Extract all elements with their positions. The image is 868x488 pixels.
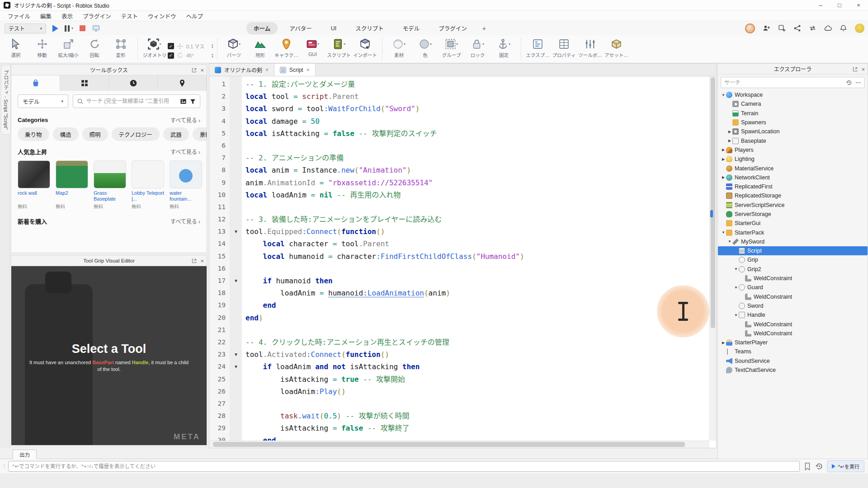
line-number[interactable]: 2 bbox=[209, 90, 230, 103]
code-line[interactable]: 24▼ if loadAnim and not isAttacking then bbox=[209, 361, 709, 373]
insert-part-button[interactable]: ▾パーツ bbox=[221, 38, 247, 58]
asset-card[interactable]: water fountain...無料 bbox=[170, 160, 203, 210]
filter-icon[interactable] bbox=[189, 98, 196, 105]
explorer-row[interactable]: ▼Handle bbox=[718, 310, 868, 319]
line-number[interactable]: 12 bbox=[209, 213, 230, 225]
code-line[interactable]: 5local isAttacking = false -- 攻撃判定のスイッチ bbox=[209, 127, 709, 140]
category-pill[interactable]: 構造 bbox=[53, 127, 79, 141]
code-line[interactable]: 15 local humanoid = character:FindFirstC… bbox=[209, 250, 709, 263]
line-number[interactable]: 7 bbox=[209, 152, 230, 164]
explorer-search-input[interactable] bbox=[724, 80, 843, 86]
explorer-row[interactable]: ▶Players bbox=[718, 145, 868, 155]
explorer-row[interactable]: ▼MySword bbox=[718, 237, 868, 246]
line-number[interactable]: 24 bbox=[209, 361, 230, 373]
gridadd-icon[interactable] bbox=[778, 24, 786, 32]
close-button[interactable]: × bbox=[849, 0, 868, 10]
edit-material-button[interactable]: ▾素材 bbox=[386, 38, 412, 58]
edit-lock-button[interactable]: ▾ロック bbox=[465, 38, 491, 58]
asset-title[interactable]: Grass Baseplate bbox=[94, 190, 127, 202]
line-number[interactable]: 19 bbox=[209, 299, 230, 311]
expand-arrow[interactable]: ▶ bbox=[721, 148, 726, 152]
explorer-row[interactable]: ▶StarterPlayer bbox=[718, 338, 868, 347]
code-line[interactable]: 6 bbox=[209, 140, 709, 152]
maximize-button[interactable]: □ bbox=[830, 0, 849, 10]
menu-item-テスト[interactable]: テスト bbox=[116, 11, 143, 21]
explorer-row[interactable]: Terrain bbox=[718, 109, 868, 118]
play-button[interactable] bbox=[52, 25, 58, 32]
line-number[interactable]: 6 bbox=[209, 140, 230, 152]
popout-icon[interactable] bbox=[191, 258, 197, 264]
explorer-row[interactable]: ▼Guard bbox=[718, 283, 868, 292]
line-number[interactable]: 28 bbox=[209, 410, 230, 422]
geometry-mode-button[interactable]: ▾ジオメトリ bbox=[142, 38, 168, 58]
explorer-row[interactable]: WeldConstraint bbox=[718, 274, 868, 283]
edit-group-button[interactable]: ▾グループ bbox=[439, 38, 465, 58]
run-command-button[interactable]: ^↵を実行 bbox=[827, 460, 864, 472]
pause-button[interactable]: ▾ bbox=[65, 25, 73, 32]
share-icon[interactable] bbox=[793, 24, 801, 32]
menu-item-プラグイン[interactable]: プラグイン bbox=[78, 11, 116, 21]
snap-rotate-value[interactable]: 45° bbox=[186, 53, 209, 58]
expand-arrow[interactable]: ▼ bbox=[733, 286, 739, 290]
code-area[interactable]: 1-- 1. 設定:パーツとダメージ量2local tool = script.… bbox=[209, 76, 709, 441]
expand-arrow[interactable]: ▶ bbox=[721, 157, 726, 161]
code-line[interactable]: 14 local character = tool.Parent bbox=[209, 238, 709, 250]
vertical-scrollbar[interactable] bbox=[709, 76, 716, 441]
line-number[interactable]: 21 bbox=[209, 324, 230, 336]
drag-handle-icon[interactable]: ⁞ bbox=[4, 464, 5, 469]
explorer-row[interactable]: WeldConstraint bbox=[718, 319, 868, 328]
show-panel_toolbox-button[interactable]: ツールボ… bbox=[577, 38, 604, 58]
explorer-row[interactable]: WeldConstraint bbox=[718, 329, 868, 338]
asset-title[interactable]: Lobby Teleport [... bbox=[132, 190, 165, 202]
close-icon[interactable]: × bbox=[200, 258, 204, 264]
horizontal-scrollbar[interactable] bbox=[209, 441, 709, 448]
asset-title[interactable]: water fountain... bbox=[170, 190, 203, 202]
cloud-icon[interactable] bbox=[824, 24, 832, 32]
history-icon[interactable] bbox=[815, 462, 823, 470]
ribbon-tab-UI[interactable]: UI bbox=[324, 23, 344, 33]
explorer-row[interactable]: ReplicatedFirst bbox=[718, 182, 868, 191]
popout-icon[interactable] bbox=[852, 66, 858, 72]
ribbon-tab-ホーム[interactable]: ホーム bbox=[246, 22, 278, 34]
line-number[interactable]: 5 bbox=[209, 127, 230, 140]
close-tab-icon[interactable]: × bbox=[265, 67, 269, 73]
code-line[interactable]: 19 end bbox=[209, 299, 709, 311]
asset-card[interactable]: Lobby Teleport [...無料 bbox=[132, 160, 165, 210]
code-line[interactable]: 2local tool = script.Parent bbox=[209, 90, 709, 103]
line-number[interactable]: 8 bbox=[209, 164, 230, 176]
line-number[interactable]: 3 bbox=[209, 103, 230, 115]
code-line[interactable]: 22-- 4. クリックした時:アニメーション再生とスイッチの管理 bbox=[209, 336, 709, 348]
code-line[interactable]: 9anim.AnimationId = "rbxassetid://522635… bbox=[209, 177, 709, 189]
code-line[interactable]: 7-- 2. アニメーションの準備 bbox=[209, 152, 709, 164]
asset-title[interactable]: Map2 bbox=[56, 190, 89, 202]
expand-arrow[interactable]: ▼ bbox=[733, 267, 739, 271]
menu-item-ヘルプ[interactable]: ヘルプ bbox=[181, 11, 208, 21]
horizontal-scrollbar-thumb[interactable] bbox=[213, 442, 685, 447]
close-icon[interactable]: × bbox=[200, 67, 204, 74]
command-input[interactable] bbox=[8, 461, 800, 472]
line-number[interactable]: 15 bbox=[209, 250, 230, 263]
bell-icon[interactable] bbox=[840, 24, 847, 32]
snap-rotate-stepper[interactable]: ▴▾ bbox=[212, 53, 213, 58]
line-number[interactable]: 4 bbox=[209, 115, 230, 127]
category-pill[interactable]: テクノロジー bbox=[112, 127, 160, 141]
trending-see-all-link[interactable]: すべて見る › bbox=[170, 148, 200, 155]
line-number[interactable]: 23 bbox=[209, 348, 230, 361]
explorer-row[interactable]: Teams bbox=[718, 347, 868, 356]
snap-move-checkbox[interactable]: ✓ bbox=[168, 43, 174, 49]
code-line[interactable]: 11 bbox=[209, 201, 709, 213]
explorer-row[interactable]: ▶Baseplate bbox=[718, 136, 868, 145]
edit-anchor-button[interactable]: ▾固定 bbox=[491, 38, 517, 58]
snap-rotate-checkbox[interactable]: ✓ bbox=[168, 52, 174, 59]
properties-collapsed-tab[interactable]: プロパティ - Script "Script" bbox=[1, 65, 11, 135]
explorer-row[interactable]: Grip bbox=[718, 255, 868, 264]
code-line[interactable]: 28 task.wait(0.5) -- 攻撃が続く時間 bbox=[209, 410, 709, 422]
explorer-row[interactable]: ▶NetworkClient bbox=[718, 173, 868, 182]
category-pill[interactable]: 照明 bbox=[82, 127, 108, 141]
insert-character-button[interactable]: キャラク… bbox=[274, 38, 300, 58]
asset-card[interactable]: rock wall無料 bbox=[18, 160, 51, 210]
expand-arrow[interactable]: ▼ bbox=[733, 313, 739, 317]
tool-grip-viewport[interactable]: Select a Tool It must have an unanchored… bbox=[11, 266, 207, 445]
toolbox-tab-pin[interactable] bbox=[158, 75, 207, 91]
fold-arrow-icon[interactable]: ▼ bbox=[230, 225, 242, 238]
